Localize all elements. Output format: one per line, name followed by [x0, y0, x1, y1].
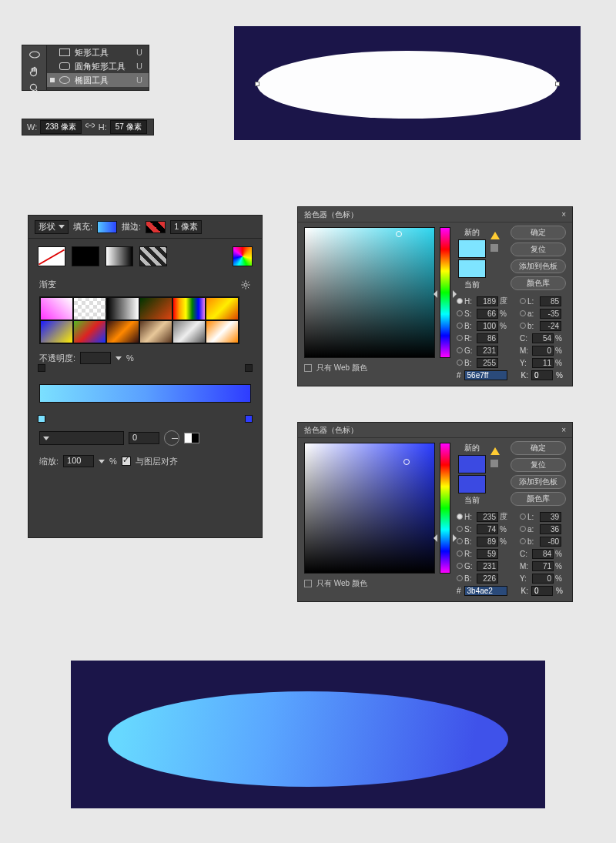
fill-none-swatch[interactable]: [38, 246, 65, 266]
color-stop-right[interactable]: [245, 415, 253, 423]
add-swatch-button[interactable]: 添加到色板: [511, 475, 566, 489]
fill-pattern-swatch[interactable]: [139, 246, 167, 266]
r-radio[interactable]: [457, 335, 463, 341]
labb-input[interactable]: -24: [540, 321, 561, 331]
gradient-preset[interactable]: [40, 297, 73, 320]
b-input[interactable]: 100: [477, 321, 498, 331]
web-only-checkbox[interactable]: [304, 364, 312, 372]
c-input[interactable]: 54: [532, 333, 554, 343]
tool-rounded-rectangle[interactable]: 圆角矩形工具 U: [47, 59, 149, 73]
ellipse-tool-icon[interactable]: [28, 49, 41, 61]
close-icon[interactable]: ×: [561, 210, 566, 219]
y-input[interactable]: 11: [532, 358, 554, 368]
h-input[interactable]: 189: [477, 296, 498, 306]
color-cursor[interactable]: [403, 459, 410, 465]
chevron-down-icon[interactable]: [99, 460, 105, 463]
tool-rectangle[interactable]: 矩形工具 U: [47, 45, 149, 59]
warning-icon[interactable]: [490, 447, 500, 455]
current-color-swatch[interactable]: [458, 259, 486, 278]
opacity-input[interactable]: [80, 352, 111, 364]
hue-slider[interactable]: [440, 443, 450, 574]
r-radio[interactable]: [457, 550, 463, 557]
y-input[interactable]: 0: [532, 574, 554, 584]
hue-slider[interactable]: [440, 227, 450, 358]
cube-icon[interactable]: [490, 460, 498, 467]
stroke-swatch[interactable]: [146, 221, 166, 233]
scale-input[interactable]: 100: [63, 455, 94, 467]
l-radio[interactable]: [520, 513, 526, 520]
tool-ellipse[interactable]: 椭圆工具 U: [47, 73, 149, 87]
b-radio[interactable]: [457, 323, 463, 329]
mode-dropdown[interactable]: 形状: [35, 220, 69, 234]
zoom-tool-icon[interactable]: [28, 82, 41, 95]
warning-icon[interactable]: [490, 232, 500, 239]
web-only-checkbox[interactable]: [304, 580, 312, 587]
gradient-preset[interactable]: [206, 297, 239, 320]
reverse-gradient-icon[interactable]: [184, 433, 199, 443]
hex-input[interactable]: 56e7ff: [464, 370, 507, 380]
color-field[interactable]: [304, 227, 435, 358]
g-input[interactable]: 231: [477, 561, 498, 571]
reset-button[interactable]: 复位: [511, 458, 566, 472]
close-icon[interactable]: ×: [561, 426, 566, 434]
l-radio[interactable]: [520, 298, 526, 304]
k-input[interactable]: 0: [531, 586, 553, 596]
gradient-preset[interactable]: [172, 320, 206, 343]
cube-icon[interactable]: [490, 244, 498, 252]
c-input[interactable]: 84: [532, 549, 554, 559]
color-field[interactable]: [304, 443, 435, 574]
bch-radio[interactable]: [457, 575, 463, 581]
a-radio[interactable]: [520, 526, 526, 532]
angle-input[interactable]: 0: [129, 432, 159, 444]
stroke-width-input[interactable]: 1 像素: [170, 220, 202, 234]
s-radio[interactable]: [457, 310, 463, 316]
l-input[interactable]: 39: [540, 512, 561, 522]
new-color-swatch[interactable]: [458, 239, 486, 258]
gradient-preset[interactable]: [172, 297, 206, 320]
bch-input[interactable]: 226: [477, 574, 498, 584]
g-radio[interactable]: [457, 347, 463, 353]
h-radio[interactable]: [457, 298, 463, 304]
m-input[interactable]: 0: [532, 346, 554, 356]
hand-tool-icon[interactable]: [28, 65, 41, 78]
h-input[interactable]: 235: [477, 512, 498, 522]
lab-b-radio[interactable]: [520, 323, 526, 329]
new-color-swatch[interactable]: [458, 455, 486, 473]
k-input[interactable]: 0: [531, 370, 553, 380]
ellipse-shape-gradient[interactable]: [108, 691, 508, 787]
gradient-type-dropdown[interactable]: [39, 431, 124, 445]
ok-button[interactable]: 确定: [511, 226, 566, 239]
a-input[interactable]: -35: [540, 309, 561, 319]
gradient-bar[interactable]: [39, 384, 251, 403]
b-input[interactable]: 89: [477, 537, 498, 547]
reset-button[interactable]: 复位: [511, 243, 566, 256]
color-picker-icon[interactable]: [233, 246, 253, 266]
m-input[interactable]: 71: [532, 561, 554, 571]
gradient-preset[interactable]: [40, 320, 73, 343]
add-swatch-button[interactable]: 添加到色板: [511, 259, 566, 273]
opacity-stop-left[interactable]: [38, 364, 45, 372]
h-radio[interactable]: [457, 513, 463, 520]
color-cursor[interactable]: [396, 231, 402, 237]
fill-solid-swatch[interactable]: [72, 246, 99, 266]
gradient-preset[interactable]: [73, 297, 106, 320]
r-input[interactable]: 59: [477, 549, 498, 559]
hex-input[interactable]: 3b4ae2: [464, 586, 507, 596]
gradient-preset[interactable]: [106, 320, 139, 343]
labb-input[interactable]: -80: [540, 537, 561, 547]
a-input[interactable]: 36: [540, 524, 561, 534]
height-input[interactable]: 57 像素: [110, 120, 147, 134]
s-input[interactable]: 74: [477, 524, 498, 534]
fill-swatch[interactable]: [97, 221, 117, 233]
g-radio[interactable]: [457, 563, 463, 569]
gradient-editor[interactable]: [28, 370, 262, 416]
gradient-preset[interactable]: [73, 320, 106, 343]
gradient-preset[interactable]: [106, 297, 139, 320]
chevron-down-icon[interactable]: [116, 356, 122, 360]
bch-radio[interactable]: [457, 360, 463, 366]
color-library-button[interactable]: 颜色库: [511, 276, 566, 290]
g-input[interactable]: 231: [477, 346, 498, 356]
hue-marker[interactable]: [437, 290, 454, 298]
opacity-stop-right[interactable]: [245, 364, 253, 372]
l-input[interactable]: 85: [540, 296, 561, 306]
